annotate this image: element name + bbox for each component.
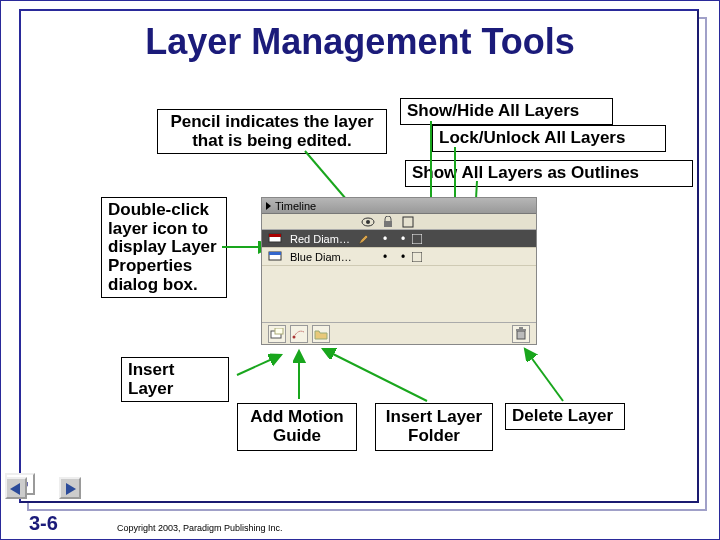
callout-double-click-layer-icon: Double-click layer icon to display Layer… [101, 197, 227, 298]
disclosure-triangle-icon[interactable] [266, 202, 271, 210]
insert-layer-button[interactable] [268, 325, 286, 343]
copyright-text: Copyright 2003, Paradigm Publishing Inc. [117, 523, 283, 533]
layer-name[interactable]: Blue Diam… [290, 251, 358, 263]
next-slide-button[interactable] [59, 477, 81, 499]
svg-point-21 [293, 335, 296, 338]
outline-swatch[interactable] [412, 234, 430, 244]
outline-swatch[interactable] [412, 252, 430, 262]
svg-rect-22 [517, 331, 525, 339]
callout-show-as-outlines: Show All Layers as Outlines [405, 160, 693, 187]
layer-row[interactable]: Red Diam… • • [262, 230, 536, 248]
delete-layer-button[interactable] [512, 325, 530, 343]
outline-square-icon[interactable] [400, 215, 416, 229]
svg-rect-20 [275, 328, 283, 334]
svg-rect-12 [403, 217, 413, 227]
timeline-header-label: Timeline [275, 200, 316, 212]
svg-rect-17 [269, 252, 281, 255]
timeline-layer-list: Red Diam… • • Blue Diam… • • [262, 230, 536, 302]
add-motion-guide-button[interactable] [290, 325, 308, 343]
timeline-column-header [262, 214, 536, 230]
timeline-header[interactable]: Timeline [262, 198, 536, 214]
callout-add-motion-guide: Add Motion Guide [237, 403, 357, 451]
callout-delete-layer: Delete Layer [505, 403, 625, 430]
layer-type-icon[interactable] [268, 232, 284, 246]
svg-rect-18 [412, 252, 422, 262]
visibility-dot[interactable]: • [376, 232, 394, 246]
svg-rect-24 [519, 327, 523, 329]
slide: Layer Management Tools Pencil indicates … [0, 0, 720, 540]
lock-icon[interactable] [380, 215, 396, 229]
slide-footer: 3-6 Copyright 2003, Paradigm Publishing … [1, 503, 719, 539]
nav-cluster: OBJ [5, 473, 81, 503]
layer-name[interactable]: Red Diam… [290, 233, 358, 245]
insert-layer-folder-button[interactable] [312, 325, 330, 343]
svg-rect-14 [269, 234, 281, 237]
svg-rect-15 [412, 234, 422, 244]
visibility-dot[interactable]: • [376, 250, 394, 264]
layer-row[interactable]: Blue Diam… • • [262, 248, 536, 266]
callout-insert-layer: Insert Layer [121, 357, 229, 402]
callout-insert-layer-folder: Insert Layer Folder [375, 403, 493, 451]
pencil-icon [358, 233, 376, 245]
lock-dot[interactable]: • [394, 232, 412, 246]
callout-lock-unlock-all: Lock/Unlock All Layers [432, 125, 666, 152]
callout-pencil-editing: Pencil indicates the layer that is being… [157, 109, 387, 154]
timeline-footer [262, 322, 536, 344]
page-title: Layer Management Tools [1, 21, 719, 63]
svg-rect-11 [384, 221, 392, 227]
lock-dot[interactable]: • [394, 250, 412, 264]
svg-point-10 [366, 220, 370, 224]
prev-slide-button[interactable] [5, 477, 27, 499]
timeline-panel: Timeline Red Diam… • • [261, 197, 537, 345]
slide-number: 3-6 [29, 512, 58, 535]
svg-rect-23 [516, 329, 526, 331]
callout-show-hide-all: Show/Hide All Layers [400, 98, 613, 125]
layer-type-icon[interactable] [268, 250, 284, 264]
eye-icon[interactable] [360, 215, 376, 229]
